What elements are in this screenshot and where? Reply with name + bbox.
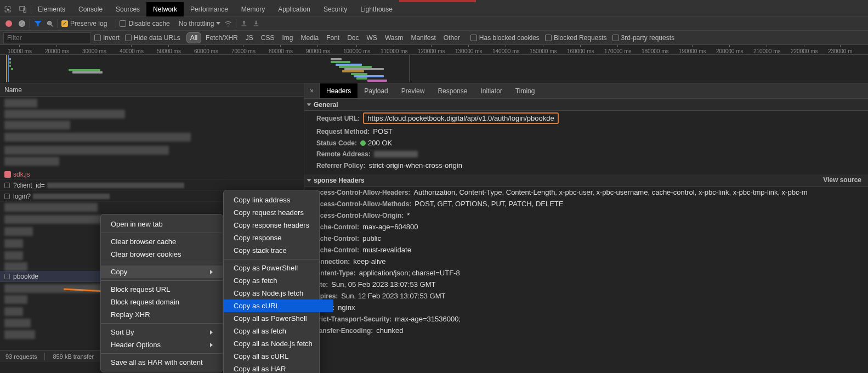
throttling-select[interactable]: No throttling (179, 20, 221, 27)
ctx-copy-copy-all-as-fetch[interactable]: Copy all as fetch (224, 325, 333, 337)
divider (58, 19, 58, 28)
ctx-copy-copy-as-fetch[interactable]: Copy as fetch (224, 274, 333, 287)
status-code-label: Status Code: (316, 139, 357, 147)
filter-type-doc[interactable]: Doc (344, 33, 362, 43)
panel-tab-network[interactable]: Network (146, 2, 184, 16)
filter-type-css[interactable]: CSS (258, 33, 278, 43)
filter-icon[interactable] (33, 19, 42, 28)
inspect-icon[interactable] (0, 2, 15, 16)
response-headers-section[interactable]: sponse Headers View source (304, 174, 868, 187)
filter-type-fetchxhr[interactable]: Fetch/XHR (202, 33, 241, 43)
ctx-clear-cookies[interactable]: Clear browser cookies (101, 248, 223, 261)
ctx-block-url[interactable]: Block request URL (101, 283, 223, 296)
filter-type-media[interactable]: Media (297, 33, 322, 43)
ctx-header-options[interactable]: Header Options (101, 338, 223, 351)
ctx-copy-copy-all-as-powershell[interactable]: Copy all as PowerShell (224, 312, 333, 325)
upload-icon[interactable] (240, 19, 248, 28)
filter-type-all[interactable]: All (186, 32, 201, 43)
detail-tab-preview[interactable]: Preview (395, 83, 432, 98)
panel-tab-lighthouse[interactable]: Lighthouse (354, 2, 399, 16)
panel-tab-console[interactable]: Console (72, 2, 109, 16)
panel-tab-elements[interactable]: Elements (31, 2, 72, 16)
request-detail-pane: × HeadersPayloadPreviewResponseInitiator… (304, 83, 868, 362)
filter-type-font[interactable]: Font (323, 33, 343, 43)
ctx-copy-copy-response-headers[interactable]: Copy response headers (224, 219, 333, 231)
detail-tab-payload[interactable]: Payload (358, 83, 394, 98)
filter-type-other[interactable]: Other (440, 33, 463, 43)
ctx-copy-copy-as-powershell[interactable]: Copy as PowerShell (224, 262, 333, 274)
ctx-copy-copy-all-as-node-js-fetch[interactable]: Copy all as Node.js fetch (224, 337, 333, 350)
timeline-tick: 110000 ms (381, 45, 407, 54)
view-source-link[interactable]: View source (823, 176, 861, 184)
device-icon[interactable] (15, 2, 31, 16)
copy-submenu: Copy link addressCopy request headersCop… (223, 190, 320, 373)
svg-point-4 (48, 21, 52, 25)
filter-type-ws[interactable]: WS (364, 33, 381, 43)
table-row[interactable]: sdk.js (0, 169, 304, 180)
filter-type-manifest[interactable]: Manifest (407, 33, 439, 43)
triangle-down-icon (307, 179, 311, 182)
preserve-log-checkbox[interactable]: Preserve log (61, 20, 107, 27)
ctx-copy-copy-request-headers[interactable]: Copy request headers (224, 206, 333, 219)
close-icon[interactable]: × (304, 83, 320, 98)
ctx-copy-copy-all-as-har[interactable]: Copy all as HAR (224, 363, 333, 373)
wifi-icon[interactable] (224, 19, 232, 28)
detail-tab-initiator[interactable]: Initiator (474, 83, 508, 98)
clear-icon[interactable] (18, 19, 26, 28)
panel-tab-sources[interactable]: Sources (109, 2, 146, 16)
referrer-policy-label: Referrer Policy: (316, 162, 365, 169)
timeline-tick: 40000 ms (120, 45, 144, 54)
ctx-copy-copy-as-node-js-fetch[interactable]: Copy as Node.js fetch (224, 287, 333, 299)
blocked-requests-checkbox[interactable]: Blocked Requests (545, 34, 607, 42)
response-header-line: erver:nginx (304, 302, 868, 313)
filter-input[interactable] (3, 32, 91, 43)
request-url-value[interactable]: https://cloud.pocketbook.digital/api/v1.… (363, 112, 558, 124)
download-icon[interactable] (252, 19, 260, 28)
detail-tab-headers[interactable]: Headers (320, 83, 358, 98)
timeline-tick: 60000 ms (194, 45, 218, 54)
detail-tab-response[interactable]: Response (431, 83, 474, 98)
filter-type-wasm[interactable]: Wasm (382, 33, 407, 43)
panel-tab-performance[interactable]: Performance (184, 2, 235, 16)
blocked-cookies-checkbox[interactable]: Has blocked cookies (470, 34, 540, 42)
ctx-copy-copy-as-curl[interactable]: Copy as cURL (224, 299, 333, 312)
response-header-line: ache-Control:public (304, 233, 868, 244)
filter-type-js[interactable]: JS (242, 33, 257, 43)
third-party-checkbox[interactable]: 3rd-party requests (612, 34, 674, 42)
ctx-block-domain[interactable]: Block request domain (101, 296, 223, 308)
ctx-copy-copy-stack-trace[interactable]: Copy stack trace (224, 244, 333, 257)
panel-tab-memory[interactable]: Memory (235, 2, 271, 16)
ctx-open-new-tab[interactable]: Open in new tab (101, 218, 223, 230)
devtools-tabbar: ElementsConsoleSourcesNetworkPerformance… (0, 2, 868, 16)
panel-tab-application[interactable]: Application (271, 2, 317, 16)
filter-type-img[interactable]: Img (279, 33, 296, 43)
record-button[interactable] (5, 20, 12, 27)
timeline-tick: 50000 ms (157, 45, 181, 54)
ctx-clear-cache[interactable]: Clear browser cache (101, 235, 223, 248)
detail-tab-timing[interactable]: Timing (509, 83, 542, 98)
timeline-tick: 220000 ms (791, 45, 818, 54)
request-url-label: Request URL: (316, 115, 360, 122)
table-row[interactable]: ?client_id= (0, 180, 304, 191)
hide-data-checkbox[interactable]: Hide data URLs (125, 34, 180, 42)
search-icon[interactable] (46, 19, 54, 28)
ctx-copy-submenu[interactable]: Copy (101, 265, 223, 278)
ctx-sort-by[interactable]: Sort By (101, 326, 223, 338)
invert-checkbox[interactable]: Invert (94, 34, 120, 42)
timeline-tick: 30000 ms (82, 45, 106, 54)
ctx-save-har[interactable]: Save all as HAR with content (101, 356, 223, 369)
ctx-copy-copy-link-address[interactable]: Copy link address (224, 194, 333, 206)
timeline-tick: 180000 ms (642, 45, 668, 54)
response-header-line: ate:Sun, 05 Feb 2023 13:07:53 GMT (304, 279, 868, 290)
network-timeline[interactable]: 10000 ms20000 ms30000 ms40000 ms50000 ms… (0, 45, 868, 83)
disable-cache-checkbox[interactable]: Disable cache (120, 20, 169, 27)
ctx-replay-xhr[interactable]: Replay XHR (101, 308, 223, 321)
status-code-value: 200 OK (368, 139, 392, 147)
panel-tab-security[interactable]: Security (317, 2, 354, 16)
name-column-header[interactable]: Name (0, 83, 304, 97)
ctx-copy-copy-all-as-curl[interactable]: Copy all as cURL (224, 350, 333, 363)
general-section[interactable]: General (304, 99, 868, 111)
ctx-copy-copy-response[interactable]: Copy response (224, 231, 333, 244)
timeline-tick: 80000 ms (269, 45, 293, 54)
caret-down-icon (216, 22, 220, 25)
